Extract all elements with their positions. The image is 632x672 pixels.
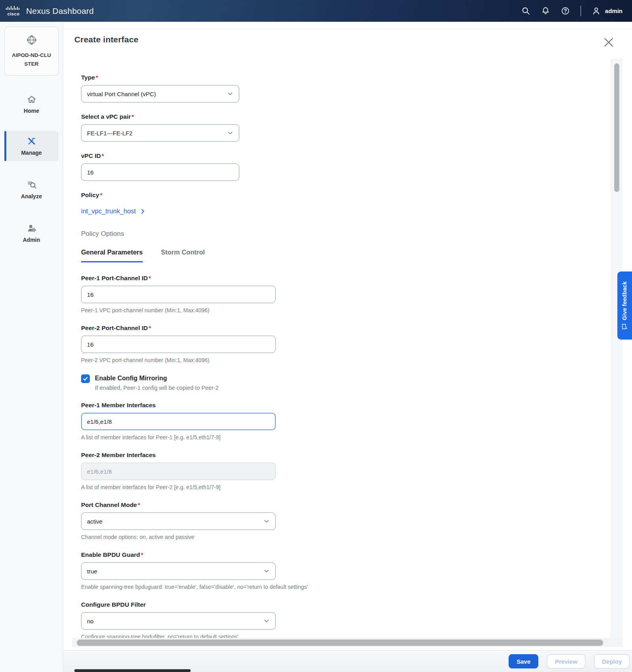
home-icon — [26, 94, 37, 104]
required-asterisk: * — [102, 152, 104, 159]
admin-user-gear-icon — [26, 223, 37, 233]
field-label: Peer-2 Port-Channel ID* — [81, 324, 382, 332]
feedback-bubble-icon — [622, 323, 628, 330]
type-select-value: virtual Port Channel (vPC) — [87, 91, 156, 97]
sidebar-item-label: Home — [24, 108, 39, 114]
close-icon[interactable] — [603, 36, 615, 48]
field-label: Type* — [81, 74, 382, 81]
required-asterisk: * — [132, 113, 134, 120]
preview-button[interactable]: Preview — [547, 654, 585, 668]
sidebar-item-analyze[interactable]: Analyze — [4, 175, 59, 205]
field-help: Peer-1 VPC port-channel number (Min:1, M… — [81, 307, 382, 314]
create-interface-form: Type* virtual Port Channel (vPC) Select … — [81, 74, 382, 640]
user-menu[interactable]: admin — [592, 6, 623, 15]
create-interface-panel: Create interface Type* virtual Port Chan… — [63, 22, 632, 672]
analyze-search-icon — [26, 180, 37, 190]
port-channel-mode-select[interactable]: active — [81, 513, 276, 530]
search-icon[interactable] — [521, 6, 530, 15]
chevron-down-icon — [227, 91, 233, 97]
field-help: A list of member interfaces for Peer-1 [… — [81, 434, 382, 441]
enable-bpdu-guard-select[interactable]: true — [81, 562, 276, 580]
field-peer2-member-interfaces: Peer-2 Member Interfaces A list of membe… — [81, 451, 382, 491]
give-feedback-label: Give feedback — [622, 281, 628, 320]
configure-bpdu-filter-value: no — [87, 618, 94, 625]
horizontal-scrollbar-track — [72, 638, 623, 647]
save-button[interactable]: Save — [509, 654, 538, 668]
cluster-name: AIPOD-ND-CLUSTER — [11, 51, 53, 68]
configure-bpdu-filter-select[interactable]: no — [81, 612, 276, 630]
chevron-down-icon — [263, 518, 270, 524]
field-label: Peer-2 Member Interfaces — [81, 451, 382, 459]
horizontal-scrollbar-thumb[interactable] — [77, 640, 603, 646]
help-icon[interactable] — [561, 6, 570, 15]
sidebar: AIPOD-ND-CLUSTER Home Manage — [0, 22, 63, 672]
field-help: A list of member interfaces for Peer-2 [… — [81, 484, 382, 491]
enable-bpdu-guard-value: true — [87, 568, 97, 575]
field-vpc-pair: Select a vPC pair* FE-LF1---FE-LF2 — [81, 113, 382, 142]
required-asterisk: * — [141, 551, 143, 558]
globe-cluster-icon — [25, 33, 38, 47]
field-label: vPC ID* — [81, 152, 382, 159]
peer1-port-channel-id-input[interactable] — [81, 286, 276, 303]
peer2-port-channel-id-input[interactable] — [81, 336, 276, 353]
field-label: Policy* — [81, 191, 382, 199]
peer2-member-interfaces-input — [81, 463, 276, 480]
config-mirroring-label[interactable]: Enable Config Mirroring — [95, 374, 219, 382]
field-label: Configure BPDU Filter — [81, 601, 382, 608]
field-help: Enable spanning-tree bpduguard: true='en… — [81, 583, 382, 590]
sidebar-item-admin[interactable]: Admin — [4, 218, 59, 248]
brand: cisco Nexus Dashboard — [6, 6, 94, 16]
page-horizontal-scrollbar-thumb[interactable] — [74, 669, 191, 672]
bell-icon[interactable] — [541, 6, 550, 15]
field-label: Select a vPC pair* — [81, 113, 382, 120]
field-help: Peer-2 VPC port-channel number (Min:1, M… — [81, 357, 382, 364]
tools-icon — [26, 136, 37, 146]
required-asterisk: * — [149, 275, 151, 281]
required-asterisk: * — [149, 325, 151, 331]
policy-options-heading: Policy Options — [81, 230, 382, 238]
user-icon — [592, 6, 601, 15]
tab-general-parameters[interactable]: General Parameters — [81, 248, 143, 262]
give-feedback-tab[interactable]: Give feedback — [617, 271, 632, 340]
tab-storm-control[interactable]: Storm Control — [161, 248, 205, 262]
required-asterisk: * — [138, 501, 140, 508]
panel-footer: Save Preview Deploy — [63, 650, 632, 672]
vpc-pair-select-value: FE-LF1---FE-LF2 — [87, 130, 132, 137]
type-select[interactable]: virtual Port Channel (vPC) — [81, 85, 239, 103]
field-peer1-member-interfaces: Peer-1 Member Interfaces A list of membe… — [81, 401, 382, 441]
policy-link[interactable]: int_vpc_trunk_host — [81, 207, 146, 215]
cisco-logo-bars — [6, 6, 21, 11]
required-asterisk: * — [100, 192, 102, 198]
deploy-button[interactable]: Deploy — [594, 654, 630, 668]
vpc-pair-select[interactable]: FE-LF1---FE-LF2 — [81, 124, 239, 142]
sidebar-item-manage[interactable]: Manage — [4, 131, 59, 161]
field-peer1-port-channel-id: Peer-1 Port-Channel ID* Peer-1 VPC port-… — [81, 274, 382, 314]
field-type: Type* virtual Port Channel (vPC) — [81, 74, 382, 103]
config-mirroring-checkbox[interactable] — [81, 374, 90, 383]
peer1-member-interfaces-input[interactable] — [81, 413, 276, 430]
vpc-id-input[interactable] — [81, 163, 239, 181]
field-vpc-id: vPC ID* — [81, 152, 382, 181]
app-header: cisco Nexus Dashboard admin — [0, 0, 632, 22]
policy-options-tabs: General Parameters Storm Control — [81, 248, 382, 262]
field-label: Peer-1 Member Interfaces — [81, 401, 382, 409]
port-channel-mode-value: active — [87, 518, 102, 525]
field-peer2-port-channel-id: Peer-2 Port-Channel ID* Peer-2 VPC port-… — [81, 324, 382, 364]
field-label: Peer-1 Port-Channel ID* — [81, 274, 382, 282]
product-title: Nexus Dashboard — [26, 6, 94, 16]
cluster-selector[interactable]: AIPOD-ND-CLUSTER — [4, 27, 59, 76]
page-title: Create interface — [74, 35, 632, 44]
vertical-scrollbar-thumb[interactable] — [614, 63, 619, 192]
sidebar-item-home[interactable]: Home — [4, 89, 59, 119]
header-divider — [581, 6, 581, 16]
cisco-logo: cisco — [6, 6, 21, 16]
vertical-scrollbar-track — [611, 59, 622, 638]
cisco-wordmark: cisco — [7, 12, 19, 16]
sidebar-item-label: Manage — [21, 150, 42, 156]
field-label: Port Channel Mode* — [81, 501, 382, 509]
field-policy: Policy* int_vpc_trunk_host — [81, 191, 382, 215]
chevron-down-icon — [263, 568, 270, 574]
field-configure-bpdu-filter: Configure BPDU Filter no Configure spann… — [81, 601, 382, 640]
panel-top-divider — [63, 29, 632, 29]
field-enable-bpdu-guard: Enable BPDU Guard* true Enable spanning-… — [81, 551, 382, 590]
